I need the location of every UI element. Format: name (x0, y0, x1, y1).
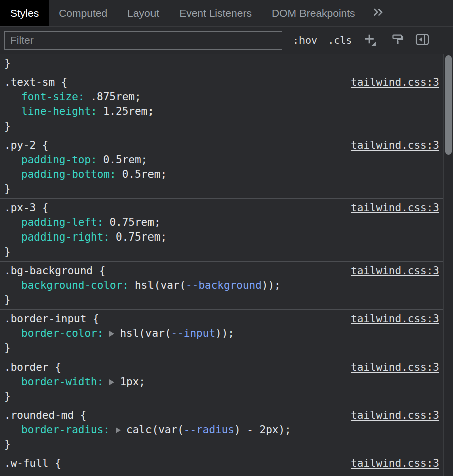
styles-pane-content: }.text-sm {tailwind.css:3font-size:.875r… (0, 54, 453, 476)
value-segment: hsl(var( (135, 279, 186, 291)
css-property-name[interactable]: line-height: (21, 104, 97, 119)
rule-selector[interactable]: .rounded-md { (4, 408, 86, 423)
scrollbar-thumb[interactable] (445, 55, 452, 155)
tab-computed[interactable]: Computed (49, 0, 117, 26)
css-declaration: font-size:.875rem; (0, 90, 443, 104)
css-property-value[interactable]: 0.5rem; (122, 167, 167, 182)
tab-layout[interactable]: Layout (117, 0, 169, 26)
value-segment: )); (262, 279, 281, 291)
new-style-rule-button[interactable] (363, 33, 376, 48)
stylesheet-link[interactable]: tailwind.css:3 (351, 312, 439, 326)
css-declaration: border-radius:calc(var(--radius) - 2px); (0, 423, 443, 437)
tab-dom-breakpoints[interactable]: DOM Breakpoints (262, 0, 365, 26)
plus-icon (363, 33, 376, 48)
css-property-value[interactable]: 0.75rem; (109, 215, 160, 230)
css-variable-name: --input (171, 327, 216, 339)
tab-dom-breakpoints-label: DOM Breakpoints (272, 7, 355, 19)
devtools-styles-panel: Styles Computed Layout Event Listeners D… (0, 0, 453, 476)
stylesheet-link[interactable]: tailwind.css:3 (351, 456, 439, 471)
toggle-element-state-button[interactable]: :hov (293, 34, 317, 46)
orphan-closing-brace: } (0, 54, 443, 73)
css-variable-name: --radius (184, 424, 234, 436)
rule-header: .py-2 {tailwind.css:3 (0, 138, 443, 153)
closing-brace: } (0, 437, 443, 452)
css-property-name[interactable]: font-size: (21, 90, 84, 104)
css-property-value[interactable]: calc(var(--radius) - 2px); (126, 423, 291, 437)
panel-tab-bar: Styles Computed Layout Event Listeners D… (0, 0, 453, 27)
css-property-value[interactable]: 1px; (120, 375, 145, 389)
closing-brace: } (0, 293, 443, 307)
tab-event-listeners-label: Event Listeners (179, 7, 252, 19)
css-property-value[interactable]: 0.5rem; (103, 153, 148, 167)
rule-header: .bg-background {tailwind.css:3 (0, 264, 443, 278)
css-rule-section: .rounded-md {tailwind.css:3border-radius… (0, 406, 443, 454)
stylesheet-link[interactable]: tailwind.css:3 (351, 408, 439, 423)
rule-selector[interactable]: .text-sm { (4, 75, 67, 90)
element-classes-button[interactable]: .cls (328, 34, 352, 46)
value-segment: )); (215, 327, 234, 339)
rendering-emulation-button[interactable] (391, 33, 404, 48)
css-property-name[interactable]: background-color: (21, 278, 129, 293)
rule-header: .text-sm {tailwind.css:3 (0, 75, 443, 90)
rule-selector[interactable]: .w-full { (4, 456, 61, 471)
css-property-value[interactable]: hsl(var(--input)); (120, 326, 234, 341)
closing-brace: } (0, 182, 443, 196)
rule-selector[interactable]: .bg-background { (4, 264, 105, 278)
paint-roller-icon (391, 33, 404, 48)
tab-styles[interactable]: Styles (0, 0, 49, 26)
css-rule-section: .px-3 {tailwind.css:3padding-left:0.75re… (0, 199, 443, 262)
value-segment: calc(var( (126, 424, 184, 436)
css-property-name[interactable]: padding-top: (21, 153, 97, 167)
css-property-name[interactable]: padding-left: (21, 215, 103, 230)
expand-arrow-icon[interactable] (109, 331, 114, 337)
closing-brace: } (0, 245, 443, 259)
rule-header: .w-full {tailwind.css:3 (0, 456, 443, 471)
stylesheet-link[interactable]: tailwind.css:3 (351, 75, 439, 90)
css-declaration: padding-top:0.5rem; (0, 153, 443, 167)
closing-brace: } (0, 341, 443, 355)
stylesheet-link[interactable]: tailwind.css:3 (351, 264, 439, 278)
css-property-value[interactable]: .875rem; (90, 90, 141, 104)
rule-header: .px-3 {tailwind.css:3 (0, 201, 443, 215)
vertical-scrollbar (443, 54, 453, 476)
rule-selector[interactable]: .border { (4, 360, 61, 375)
css-property-value[interactable]: 1.25rem; (103, 104, 154, 119)
css-property-name[interactable]: padding-right: (21, 230, 110, 245)
css-declaration: padding-bottom:0.5rem; (0, 167, 443, 182)
css-property-value[interactable]: hsl(var(--background)); (135, 278, 281, 293)
stylesheet-link[interactable]: tailwind.css:3 (351, 360, 439, 375)
value-segment: 1px; (120, 376, 145, 388)
tab-event-listeners[interactable]: Event Listeners (169, 0, 262, 26)
rule-selector[interactable]: .px-3 { (4, 201, 49, 215)
css-property-name[interactable]: border-color: (21, 326, 103, 341)
value-segment: .875rem; (90, 91, 141, 103)
rules-list: }.text-sm {tailwind.css:3font-size:.875r… (0, 54, 443, 473)
expand-arrow-icon[interactable] (109, 379, 114, 385)
css-property-name[interactable]: border-radius: (21, 423, 110, 437)
sidebar-panel-icon (415, 34, 429, 47)
css-property-name[interactable]: border-width: (21, 375, 103, 389)
more-tabs-button[interactable] (367, 0, 389, 26)
css-property-name[interactable]: padding-bottom: (21, 167, 116, 182)
css-rule-section: .text-sm {tailwind.css:3font-size:.875re… (0, 73, 443, 136)
expand-arrow-icon[interactable] (116, 427, 121, 433)
closing-brace: } (0, 389, 443, 404)
css-declaration: padding-right:0.75rem; (0, 230, 443, 245)
css-rule-section: .py-2 {tailwind.css:3padding-top:0.5rem;… (0, 136, 443, 199)
value-segment: 0.75rem; (116, 231, 167, 243)
stylesheet-link[interactable]: tailwind.css:3 (351, 201, 439, 215)
css-property-value[interactable]: 0.75rem; (116, 230, 167, 245)
css-declaration: background-color:hsl(var(--background)); (0, 278, 443, 293)
rule-selector[interactable]: .py-2 { (4, 138, 49, 153)
css-rule-section: .border-input {tailwind.css:3border-colo… (0, 310, 443, 358)
rule-selector[interactable]: .border-input { (4, 312, 99, 326)
double-chevron-right-icon (371, 6, 385, 21)
tab-styles-label: Styles (10, 7, 39, 19)
rule-header: .border {tailwind.css:3 (0, 360, 443, 375)
tab-computed-label: Computed (59, 7, 107, 19)
toggle-sidebar-button[interactable] (415, 34, 429, 47)
rule-header: .rounded-md {tailwind.css:3 (0, 408, 443, 423)
stylesheet-link[interactable]: tailwind.css:3 (351, 138, 439, 153)
closing-brace: } (0, 56, 443, 71)
filter-input[interactable] (4, 31, 282, 50)
